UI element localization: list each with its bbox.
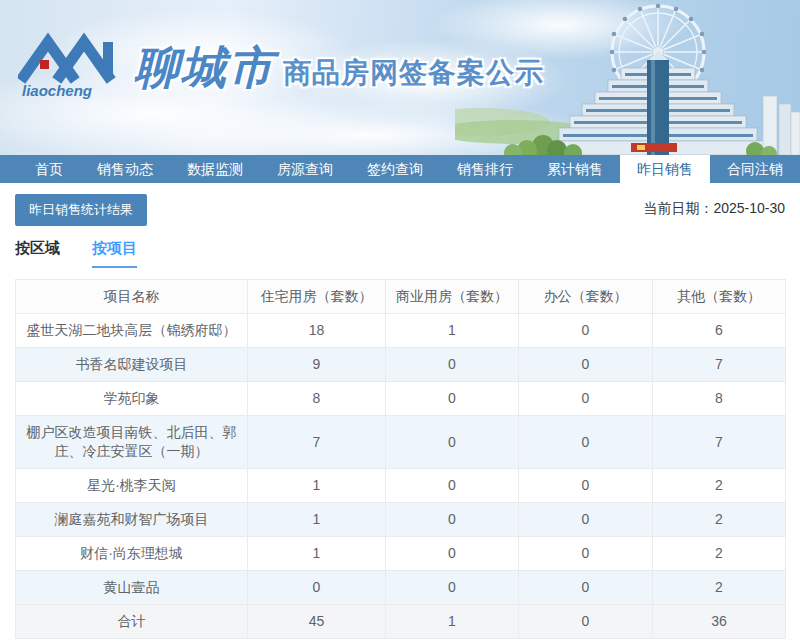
view-tabs: 按区域按项目 (0, 229, 800, 268)
count-cell: 6 (653, 314, 786, 348)
count-cell: 0 (519, 348, 653, 382)
count-cell: 2 (653, 537, 786, 571)
count-cell: 45 (248, 605, 386, 639)
project-name-cell: 盛世天湖二地块高层（锦绣府邸） (16, 314, 248, 348)
count-cell: 18 (248, 314, 386, 348)
count-cell: 1 (248, 469, 386, 503)
count-cell: 0 (519, 416, 653, 469)
count-cell: 0 (519, 605, 653, 639)
count-cell: 2 (653, 469, 786, 503)
count-cell: 1 (386, 314, 519, 348)
current-date-value: 2025-10-30 (713, 200, 785, 216)
table-row: 星光·桃李天阅1002 (16, 469, 786, 503)
count-cell: 1 (386, 605, 519, 639)
column-header: 其他（套数） (653, 280, 786, 314)
nav-item-3[interactable]: 数据监测 (170, 155, 260, 183)
count-cell: 7 (653, 348, 786, 382)
logo-script-text: liaocheng (22, 82, 92, 99)
table-body: 盛世天湖二地块高层（锦绣府邸）18106书香名邸建设项目9007学苑印象8008… (16, 314, 786, 639)
count-cell: 36 (653, 605, 786, 639)
site-banner: liaocheng 聊城市 商品房网签备案公示 (0, 0, 800, 155)
count-cell: 2 (653, 503, 786, 537)
column-header: 住宅用房（套数） (248, 280, 386, 314)
column-header: 项目名称 (16, 280, 248, 314)
page-title: 商品房网签备案公示 (283, 54, 544, 92)
sales-table: 项目名称住宅用房（套数）商业用房（套数）办公（套数）其他（套数） 盛世天湖二地块… (15, 279, 786, 639)
count-cell: 7 (653, 416, 786, 469)
count-cell: 0 (519, 314, 653, 348)
table-row: 棚户区改造项目南铁、北后田、郭庄、冷庄安置区（一期）7007 (16, 416, 786, 469)
nav-item-2[interactable]: 销售动态 (80, 155, 170, 183)
project-name-cell: 澜庭嘉苑和财智广场项目 (16, 503, 248, 537)
count-cell: 0 (386, 382, 519, 416)
count-cell: 0 (386, 416, 519, 469)
count-cell: 0 (519, 503, 653, 537)
count-cell: 7 (248, 416, 386, 469)
count-cell: 0 (386, 571, 519, 605)
table-header-row: 项目名称住宅用房（套数）商业用房（套数）办公（套数）其他（套数） (16, 280, 786, 314)
count-cell: 9 (248, 348, 386, 382)
liaocheng-m-logo-icon: liaocheng (18, 30, 122, 106)
city-name: 聊城市 (134, 38, 275, 98)
count-cell: 0 (519, 537, 653, 571)
count-cell: 0 (519, 382, 653, 416)
project-name-cell: 合计 (16, 605, 248, 639)
project-name-cell: 棚户区改造项目南铁、北后田、郭庄、冷庄安置区（一期） (16, 416, 248, 469)
nav-item-4[interactable]: 房源查询 (260, 155, 350, 183)
table-row: 澜庭嘉苑和财智广场项目1002 (16, 503, 786, 537)
tab-by-region[interactable]: 按区域 (15, 239, 60, 268)
count-cell: 8 (653, 382, 786, 416)
table-row: 财信·尚东理想城1002 (16, 537, 786, 571)
table-row: 学苑印象8008 (16, 382, 786, 416)
nav-item-6[interactable]: 销售排行 (440, 155, 530, 183)
count-cell: 0 (386, 503, 519, 537)
nav-item-7[interactable]: 累计销售 (530, 155, 620, 183)
current-date-label: 当前日期： (643, 200, 713, 216)
project-name-cell: 星光·桃李天阅 (16, 469, 248, 503)
table-row: 盛世天湖二地块高层（锦绣府邸）18106 (16, 314, 786, 348)
table-row: 黄山壹品0002 (16, 571, 786, 605)
tab-by-project[interactable]: 按项目 (92, 239, 137, 268)
project-name-cell: 学苑印象 (16, 382, 248, 416)
count-cell: 0 (248, 571, 386, 605)
nav-item-8[interactable]: 昨日销售 (620, 155, 710, 183)
nav-item-5[interactable]: 签约查询 (350, 155, 440, 183)
count-cell: 0 (519, 469, 653, 503)
current-date: 当前日期：2025-10-30 (643, 200, 785, 218)
project-name-cell: 书香名邸建设项目 (16, 348, 248, 382)
count-cell: 1 (248, 503, 386, 537)
count-cell: 2 (653, 571, 786, 605)
count-cell: 1 (248, 537, 386, 571)
project-name-cell: 黄山壹品 (16, 571, 248, 605)
nav-item-1[interactable]: 首页 (18, 155, 80, 183)
count-cell: 0 (519, 571, 653, 605)
toolbar: 昨日销售统计结果 当前日期：2025-10-30 (0, 183, 800, 229)
column-header: 商业用房（套数） (386, 280, 519, 314)
count-cell: 0 (386, 537, 519, 571)
nav-item-9[interactable]: 合同注销 (710, 155, 800, 183)
count-cell: 0 (386, 469, 519, 503)
count-cell: 0 (386, 348, 519, 382)
column-header: 办公（套数） (519, 280, 653, 314)
total-row: 合计451036 (16, 605, 786, 639)
yesterday-sales-stats-button[interactable]: 昨日销售统计结果 (15, 194, 147, 226)
project-name-cell: 财信·尚东理想城 (16, 537, 248, 571)
nav-bar: 首页销售动态数据监测房源查询签约查询销售排行累计销售昨日销售合同注销 (0, 155, 800, 183)
table-row: 书香名邸建设项目9007 (16, 348, 786, 382)
count-cell: 8 (248, 382, 386, 416)
